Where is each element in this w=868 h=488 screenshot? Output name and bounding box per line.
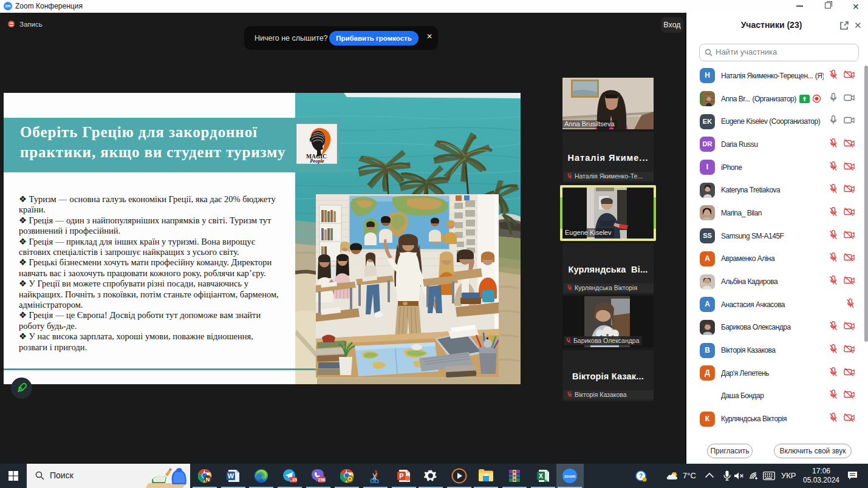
svg-text:256: 256 <box>318 477 326 483</box>
svg-text:W: W <box>228 472 234 480</box>
svg-text:People: People <box>310 158 324 164</box>
svg-text:?: ? <box>639 473 643 480</box>
svg-text:N: N <box>206 476 210 483</box>
svg-text:zoom: zoom <box>564 474 575 478</box>
svg-text:X: X <box>539 472 544 480</box>
svg-text:..35: ..35 <box>290 478 297 482</box>
svg-text:P: P <box>399 472 403 480</box>
